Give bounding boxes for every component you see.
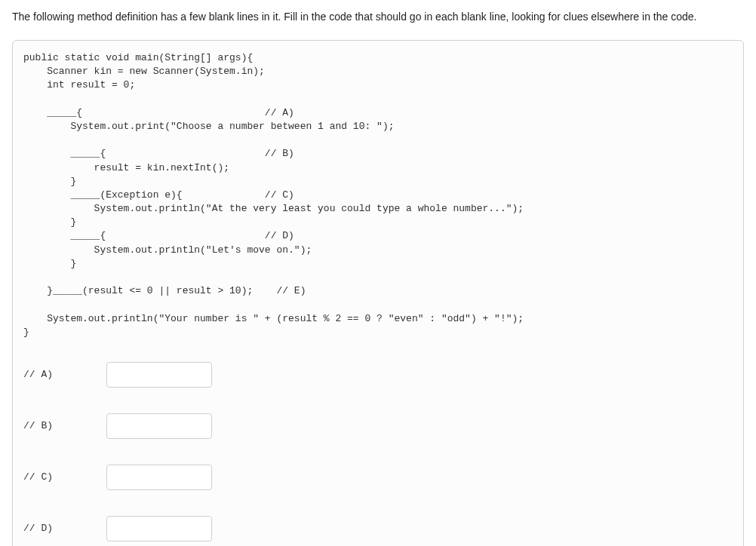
problem-container: public static void main(String[] args){ … bbox=[12, 40, 744, 546]
answer-label-d: // D) bbox=[23, 523, 106, 534]
answer-input-b[interactable] bbox=[106, 413, 212, 439]
answer-row-b: // B) bbox=[23, 413, 733, 439]
code-block: public static void main(String[] args){ … bbox=[23, 51, 733, 339]
answer-input-a[interactable] bbox=[106, 362, 212, 388]
answer-input-c[interactable] bbox=[106, 465, 212, 490]
answer-row-d: // D) bbox=[23, 516, 733, 541]
answer-row-a: // A) bbox=[23, 362, 733, 388]
answer-label-b: // B) bbox=[23, 420, 106, 431]
answer-label-a: // A) bbox=[23, 369, 106, 380]
answer-row-c: // C) bbox=[23, 465, 733, 490]
answer-label-c: // C) bbox=[23, 471, 106, 483]
answer-input-d[interactable] bbox=[106, 516, 212, 541]
question-text: The following method definition has a fe… bbox=[12, 9, 744, 25]
